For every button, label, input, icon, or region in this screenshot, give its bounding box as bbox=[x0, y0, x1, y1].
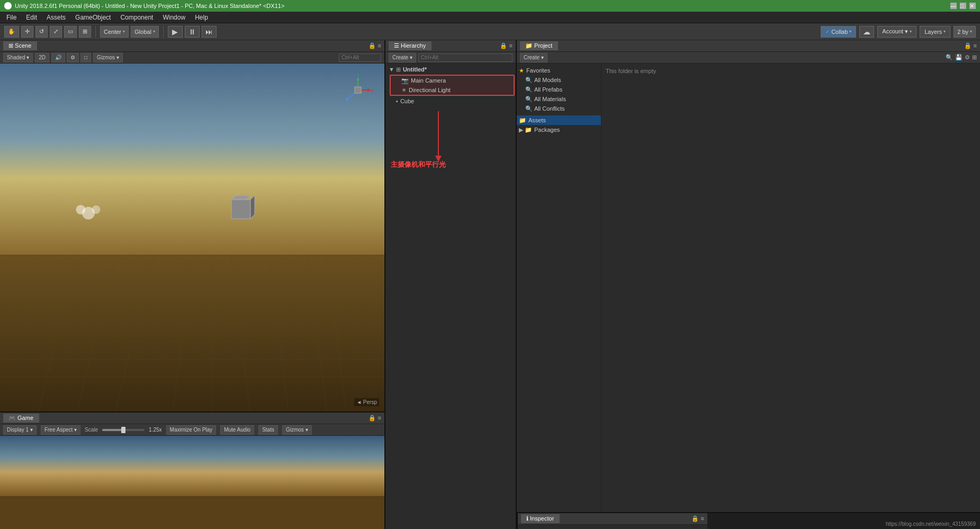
menu-component[interactable]: Component bbox=[116, 13, 157, 22]
shaded-mode-btn[interactable]: Shaded ▾ bbox=[3, 53, 33, 62]
hand-tool-btn[interactable]: ✋ bbox=[4, 26, 19, 38]
scene-lock-icon[interactable]: 🔒 bbox=[368, 42, 376, 49]
maximize-on-play-btn[interactable]: Maximize On Play bbox=[166, 425, 217, 435]
hierarchy-tab[interactable]: ☰ Hierarchy bbox=[389, 41, 431, 50]
menu-window[interactable]: Window bbox=[158, 13, 190, 22]
all-materials-label: All Materials bbox=[534, 96, 566, 102]
project-menu-icon[interactable]: ≡ bbox=[974, 42, 977, 49]
menu-file[interactable]: File bbox=[2, 13, 21, 22]
cloud-button[interactable]: ☁ bbox=[859, 26, 874, 38]
scene-viewport[interactable]: X Y Z ◄ Persp bbox=[0, 64, 384, 411]
assets-folder-item[interactable]: 📁 Assets bbox=[517, 115, 601, 125]
game-tab-bar: 🎮 Game 🔒 ≡ bbox=[0, 413, 384, 424]
2d-toggle-btn[interactable]: 2D bbox=[35, 53, 49, 62]
rect-tool-btn[interactable]: ▭ bbox=[64, 26, 77, 38]
game-canvas bbox=[0, 436, 384, 529]
fx-icon-btn[interactable]: ⚙ bbox=[67, 53, 79, 62]
menu-assets[interactable]: Assets bbox=[42, 13, 70, 22]
hierarchy-panel-icons: 🔒 ≡ bbox=[500, 42, 513, 49]
game-lock-icon[interactable]: 🔒 bbox=[368, 415, 376, 422]
hierarchy-main-camera[interactable]: 📷 Main Camera bbox=[391, 76, 514, 85]
aspect-ratio-btn[interactable]: Free Aspect ▾ bbox=[41, 425, 80, 435]
scene-view-icon-btn[interactable]: □ bbox=[80, 53, 91, 62]
all-conflicts-item[interactable]: 🔍 All Conflicts bbox=[517, 104, 601, 113]
project-create-btn[interactable]: Create ▾ bbox=[520, 53, 547, 62]
hierarchy-cube[interactable]: ▪ Cube bbox=[385, 96, 516, 106]
all-models-item[interactable]: 🔍 All Models bbox=[517, 75, 601, 85]
game-tab[interactable]: 🎮 Game bbox=[3, 414, 39, 423]
hierarchy-search-input[interactable] bbox=[418, 53, 513, 62]
inspector-icon: ℹ bbox=[526, 515, 530, 522]
scale-slider[interactable] bbox=[102, 429, 145, 431]
rotate-tool-btn[interactable]: ↺ bbox=[35, 26, 48, 38]
search-icon-2: 🔍 bbox=[525, 86, 533, 93]
global-dropdown-arrow: ▾ bbox=[153, 29, 155, 34]
project-tab[interactable]: 📁 Project bbox=[520, 41, 558, 50]
main-camera-label: Main Camera bbox=[411, 77, 446, 84]
hierarchy-create-btn[interactable]: Create ▾ bbox=[389, 53, 416, 62]
layout-label: 2 by bbox=[957, 29, 968, 35]
display-selector-btn[interactable]: Display 1 ▾ bbox=[3, 425, 37, 435]
hierarchy-scene-root[interactable]: ▼ ⊞ Untitled* bbox=[385, 65, 516, 74]
menu-edit[interactable]: Edit bbox=[22, 13, 41, 22]
project-layout-btn[interactable]: ⊞ bbox=[972, 54, 977, 61]
scene-menu-icon[interactable]: ≡ bbox=[378, 42, 381, 49]
annotation-area: 主摄像机和平行光 bbox=[385, 106, 516, 175]
collab-button[interactable]: ✓ Collab ▾ bbox=[821, 26, 856, 38]
game-gizmos-btn[interactable]: Gizmos ▾ bbox=[282, 425, 312, 435]
packages-folder-item[interactable]: ▶ 📁 Packages bbox=[517, 125, 601, 135]
inspector-panel: ℹ Inspector 🔒 ≡ bbox=[517, 513, 707, 529]
favorites-folder[interactable]: ★ Favorites bbox=[517, 66, 601, 75]
scale-slider-handle[interactable] bbox=[121, 427, 125, 433]
global-local-btn[interactable]: Global ▾ bbox=[131, 26, 159, 38]
separator-1 bbox=[95, 26, 96, 38]
audio-icon-btn[interactable]: 🔊 bbox=[51, 53, 65, 62]
play-button[interactable]: ▶ bbox=[168, 26, 183, 38]
gizmos-btn[interactable]: Gizmos ▾ bbox=[93, 53, 123, 62]
svg-rect-0 bbox=[0, 64, 384, 255]
scene-gizmo-widget[interactable]: X Y Z bbox=[342, 74, 374, 106]
scene-panel: ⊞ Scene 🔒 ≡ Shaded ▾ 2D 🔊 ⚙ □ Giz bbox=[0, 40, 384, 413]
title-text: Unity 2018.2.6f1 Personal (64bit) - Unti… bbox=[15, 3, 284, 9]
move-tool-btn[interactable]: ✛ bbox=[21, 26, 33, 38]
minimize-btn[interactable]: — bbox=[950, 3, 957, 9]
menu-help[interactable]: Help bbox=[191, 13, 212, 22]
transform-tool-btn[interactable]: ⊞ bbox=[79, 26, 91, 38]
inspector-lock-icon[interactable]: 🔒 bbox=[691, 515, 699, 522]
stats-btn[interactable]: Stats bbox=[258, 425, 278, 435]
scene-tab[interactable]: ⊞ Scene bbox=[3, 41, 37, 50]
project-inspector-area: 📁 Project 🔒 ≡ Create ▾ 🔍 💾 ⚙ ⊞ bbox=[517, 40, 980, 529]
game-menu-icon[interactable]: ≡ bbox=[378, 415, 381, 422]
game-panel-icons: 🔒 ≡ bbox=[368, 415, 381, 422]
layers-button[interactable]: Layers ▾ bbox=[920, 26, 950, 38]
project-settings-btn[interactable]: ⚙ bbox=[965, 54, 970, 61]
account-button[interactable]: Account ▾ ▾ bbox=[877, 26, 916, 38]
menu-gameobject[interactable]: GameObject bbox=[71, 13, 115, 22]
project-search-btn[interactable]: 🔍 bbox=[946, 54, 953, 61]
all-prefabs-label: All Prefabs bbox=[534, 86, 562, 93]
close-btn[interactable]: ✕ bbox=[969, 3, 976, 9]
all-prefabs-item[interactable]: 🔍 All Prefabs bbox=[517, 85, 601, 94]
scale-tool-btn[interactable]: ⤢ bbox=[50, 26, 62, 38]
toolbar-right: ✓ Collab ▾ ☁ Account ▾ ▾ Layers ▾ 2 by ▾ bbox=[821, 26, 976, 38]
bottom-url: https://blog.csdn.net/weixin_43159369 bbox=[886, 521, 976, 527]
pause-button[interactable]: ⏸ bbox=[185, 26, 200, 38]
main-layout: ⊞ Scene 🔒 ≡ Shaded ▾ 2D 🔊 ⚙ □ Giz bbox=[0, 40, 980, 529]
project-save-btn[interactable]: 💾 bbox=[955, 54, 963, 61]
inspector-tab[interactable]: ℹ Inspector bbox=[521, 514, 560, 523]
maximize-btn[interactable]: □ bbox=[960, 3, 966, 9]
layout-button[interactable]: 2 by ▾ bbox=[954, 26, 976, 38]
hierarchy-directional-light[interactable]: ☀ Directional Light bbox=[391, 85, 514, 95]
project-lock-icon[interactable]: 🔒 bbox=[964, 42, 972, 49]
game-panel: 🎮 Game 🔒 ≡ Display 1 ▾ Free Aspect ▾ Sca… bbox=[0, 413, 384, 529]
inspector-menu-icon[interactable]: ≡ bbox=[701, 515, 704, 522]
scene-search-input[interactable] bbox=[339, 53, 381, 62]
all-materials-item[interactable]: 🔍 All Materials bbox=[517, 94, 601, 104]
hierarchy-menu-icon[interactable]: ≡ bbox=[509, 42, 513, 49]
hierarchy-lock-icon[interactable]: 🔒 bbox=[500, 42, 507, 49]
step-button[interactable]: ⏭ bbox=[202, 26, 217, 38]
svg-rect-35 bbox=[0, 496, 384, 529]
game-viewport[interactable] bbox=[0, 436, 384, 529]
mute-audio-btn[interactable]: Mute Audio bbox=[220, 425, 254, 435]
center-pivot-btn[interactable]: Center ▾ bbox=[100, 26, 129, 38]
